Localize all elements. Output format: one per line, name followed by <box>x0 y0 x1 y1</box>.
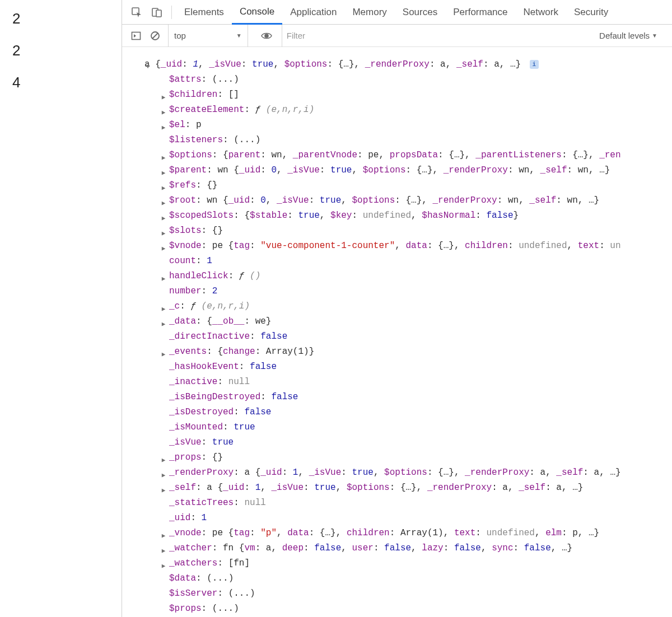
clear-console-icon[interactable] <box>149 30 161 42</box>
devtools-tabbar: ElementsConsoleApplicationMemorySourcesP… <box>122 0 672 25</box>
property-name: _staticTrees <box>169 498 234 508</box>
object-property[interactable]: ▶_watcher: fn {vm: a, deep: false, user:… <box>160 541 672 556</box>
property-name: $props <box>169 604 202 614</box>
filter-input[interactable] <box>282 29 450 43</box>
console-output[interactable]: ▼ a {_uid: 1, _isVue: true, $options: {…… <box>122 47 672 617</box>
tab-elements[interactable]: Elements <box>176 0 232 25</box>
log-levels-label: Default levels <box>599 31 650 40</box>
property-name: count <box>169 256 196 266</box>
page-content: 224 <box>0 0 122 617</box>
property-name: _watcher <box>169 543 212 553</box>
object-property[interactable]: $props: (...) <box>160 601 672 616</box>
object-property[interactable]: ▶$el: p <box>160 118 672 133</box>
tab-sources[interactable]: Sources <box>395 0 445 25</box>
property-name: _directInactive <box>169 331 250 342</box>
object-property[interactable]: _staticTrees: null <box>160 496 672 511</box>
tab-application[interactable]: Application <box>282 0 344 25</box>
object-property[interactable]: _hasHookEvent: false <box>160 359 672 375</box>
object-property[interactable]: _uid: 1 <box>160 511 672 526</box>
property-name: _uid <box>169 513 190 523</box>
svg-rect-2 <box>156 10 161 17</box>
object-property[interactable]: ▶_self: a {_uid: 1, _isVue: true, $optio… <box>160 480 672 496</box>
separator <box>171 6 172 19</box>
tab-console[interactable]: Console <box>232 0 282 25</box>
object-property[interactable]: ▶_vnode: pe {tag: "p", data: {…}, childr… <box>160 526 672 541</box>
object-property[interactable]: _isVue: true <box>160 435 672 450</box>
object-property[interactable]: _inactive: null <box>160 375 672 390</box>
property-name: _watchers <box>169 558 217 568</box>
object-property[interactable]: ▶$options: {parent: wn, _parentVnode: pe… <box>160 148 672 163</box>
property-name: $data <box>169 573 196 583</box>
property-name: $options <box>169 150 212 160</box>
sidebar-toggle-icon[interactable] <box>130 30 142 42</box>
object-property[interactable]: ▶handleClick: ƒ () <box>160 269 672 284</box>
disclosure-triangle-icon[interactable]: ▼ <box>144 59 151 74</box>
chevron-down-icon: ▼ <box>236 32 242 39</box>
console-toolbar: top ▼ Default levels ▼ <box>122 25 672 47</box>
context-selector[interactable]: top ▼ <box>168 25 248 47</box>
object-property[interactable]: ▶$createElement: ƒ (e,n,r,i) <box>160 102 672 118</box>
property-name: $slots <box>169 226 202 236</box>
object-property[interactable]: ▶_watchers: [fn] <box>160 556 672 571</box>
object-property[interactable]: _isBeingDestroyed: false <box>160 390 672 405</box>
live-expression-icon[interactable] <box>260 30 273 42</box>
page-number[interactable]: 2 <box>12 42 122 59</box>
object-root[interactable]: ▼ a {_uid: 1, _isVue: true, $options: {…… <box>144 57 672 72</box>
log-levels-selector[interactable]: Default levels ▼ <box>599 31 657 40</box>
object-property[interactable]: ▶$scopedSlots: {$stable: true, $key: und… <box>160 208 672 223</box>
object-property[interactable]: _directInactive: false <box>160 329 672 344</box>
property-name: _renderProxy <box>169 468 234 478</box>
property-name: _isVue <box>169 437 202 447</box>
property-name: $createElement <box>169 105 244 115</box>
object-property[interactable]: ▶_events: {change: Array(1)} <box>160 344 672 359</box>
property-name: $el <box>169 120 185 130</box>
object-property[interactable]: number: 2 <box>160 284 672 299</box>
svg-point-6 <box>265 34 268 38</box>
object-property[interactable]: $attrs: (...) <box>160 72 672 87</box>
object-property[interactable]: _isMounted: true <box>160 420 672 435</box>
object-property[interactable]: ▶_c: ƒ (e,n,r,i) <box>160 299 672 314</box>
property-name: _isBeingDestroyed <box>169 392 260 402</box>
context-selector-label: top <box>174 31 186 40</box>
devtools-panel: ElementsConsoleApplicationMemorySourcesP… <box>122 0 672 617</box>
property-name: handleClick <box>169 271 228 281</box>
object-property[interactable]: ▶$children: [] <box>160 87 672 102</box>
object-property[interactable]: _isDestroyed: false <box>160 405 672 420</box>
property-name: $vnode <box>169 241 202 251</box>
object-property[interactable]: ▶$parent: wn {_uid: 0, _isVue: true, $op… <box>160 163 672 178</box>
tab-network[interactable]: Network <box>516 0 566 25</box>
property-name: $root <box>169 195 196 205</box>
object-property[interactable]: count: 1 <box>160 254 672 269</box>
object-property[interactable]: ▶_renderProxy: a {_uid: 1, _isVue: true,… <box>160 465 672 480</box>
property-name: $parent <box>169 165 207 175</box>
object-property[interactable]: ▶$slots: {} <box>160 223 672 239</box>
info-badge-icon[interactable]: i <box>530 60 539 69</box>
tab-security[interactable]: Security <box>566 0 616 25</box>
object-property[interactable]: ▶_props: {} <box>160 450 672 465</box>
property-name: _isDestroyed <box>169 407 234 417</box>
property-name: $children <box>169 90 217 100</box>
property-name: _hasHookEvent <box>169 362 239 372</box>
property-name: $listeners <box>169 135 223 145</box>
chevron-down-icon: ▼ <box>652 32 657 39</box>
property-name: _inactive <box>169 377 217 387</box>
property-name: $refs <box>169 180 196 190</box>
object-property[interactable]: ▶$vnode: pe {tag: "vue-component-1-count… <box>160 239 672 254</box>
property-name: _self <box>169 483 196 493</box>
object-property[interactable]: $data: (...) <box>160 571 672 586</box>
property-name: _events <box>169 347 207 357</box>
tab-performance[interactable]: Performance <box>445 0 515 25</box>
object-property[interactable]: ▶$refs: {} <box>160 178 672 193</box>
object-property[interactable]: $isServer: (...) <box>160 586 672 601</box>
property-name: $scopedSlots <box>169 211 234 221</box>
property-name: _vnode <box>169 528 202 538</box>
page-number[interactable]: 4 <box>12 74 122 91</box>
object-property[interactable]: ▶_data: {__ob__: we} <box>160 314 672 329</box>
tab-memory[interactable]: Memory <box>344 0 394 25</box>
object-property[interactable]: $listeners: (...) <box>160 133 672 148</box>
device-toolbar-icon[interactable] <box>150 6 164 19</box>
property-name: _data <box>169 316 196 326</box>
page-number[interactable]: 2 <box>12 10 122 27</box>
object-property[interactable]: ▶$root: wn {_uid: 0, _isVue: true, $opti… <box>160 193 672 208</box>
inspect-element-icon[interactable] <box>130 6 143 19</box>
